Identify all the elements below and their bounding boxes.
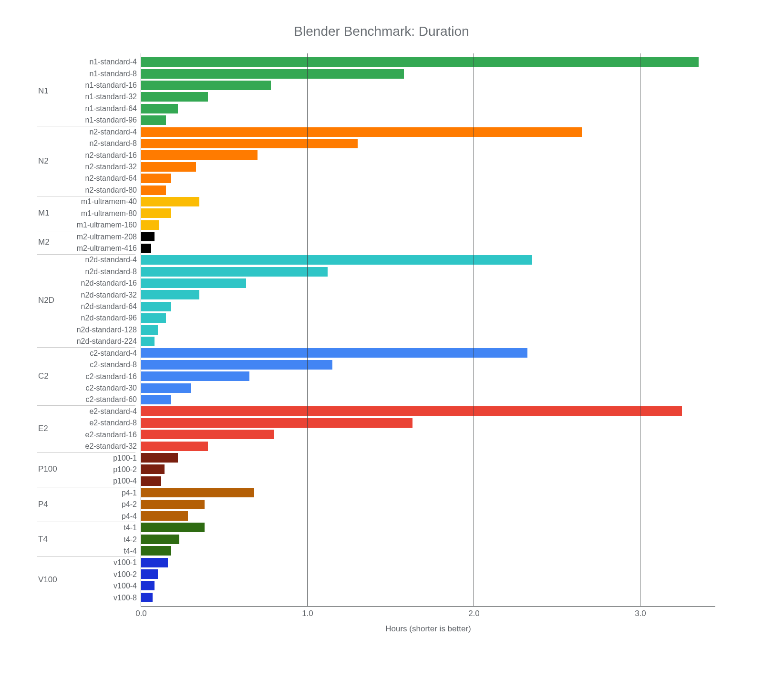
bar-row bbox=[141, 207, 715, 219]
bar-row bbox=[141, 417, 715, 429]
y-label-row: n2d-standard-64 bbox=[29, 301, 141, 312]
y-label-row: p4-1 bbox=[29, 487, 141, 499]
y-label-row: n1-standard-8 bbox=[29, 68, 141, 79]
bar bbox=[141, 244, 151, 253]
y-label-row: n1-standard-96 bbox=[29, 114, 141, 126]
y-tick-label: t4-4 bbox=[124, 547, 137, 556]
bar-row bbox=[141, 347, 715, 359]
y-label-row: p100-1 bbox=[29, 452, 141, 463]
bar bbox=[141, 127, 582, 137]
y-tick-label: v100-4 bbox=[113, 582, 137, 590]
bar bbox=[141, 348, 527, 358]
bar-row bbox=[141, 556, 715, 568]
bar-row bbox=[141, 103, 715, 114]
bar bbox=[141, 535, 179, 544]
bar-row bbox=[141, 266, 715, 277]
bar bbox=[141, 383, 191, 393]
y-tick-label: e2-standard-16 bbox=[85, 431, 137, 439]
bar-row bbox=[141, 91, 715, 103]
y-tick-label: t4-1 bbox=[124, 524, 137, 532]
y-label-row: m2-ultramem-208 bbox=[29, 231, 141, 242]
bar bbox=[141, 523, 205, 532]
y-tick-label: p100-4 bbox=[113, 477, 137, 485]
y-tick-label: p4-1 bbox=[122, 489, 137, 497]
y-tick-label: p4-4 bbox=[122, 512, 137, 521]
bar-row bbox=[141, 371, 715, 382]
bar bbox=[141, 162, 196, 172]
y-label-row: n2d-standard-16 bbox=[29, 278, 141, 289]
bar-row bbox=[141, 289, 715, 300]
y-label-row: n2d-standard-224 bbox=[29, 336, 141, 347]
bar-row bbox=[141, 278, 715, 289]
bar-row bbox=[141, 114, 715, 126]
y-label-row: n2-standard-32 bbox=[29, 161, 141, 173]
y-label-row: t4-2 bbox=[29, 534, 141, 545]
bar-row bbox=[141, 126, 715, 137]
y-label-row: e2-standard-32 bbox=[29, 441, 141, 452]
y-label-row: c2-standard-4 bbox=[29, 348, 141, 359]
y-label-row: n2d-standard-128 bbox=[29, 324, 141, 336]
chart: N1N2M1M2N2DC2E2P100P4T4V100 n1-standard-… bbox=[29, 53, 734, 635]
x-tick-label: 3.0 bbox=[635, 609, 646, 618]
y-label-row: n2-standard-8 bbox=[29, 138, 141, 149]
y-label-row: n2d-standard-32 bbox=[29, 289, 141, 300]
y-label-row: v100-8 bbox=[29, 592, 141, 603]
y-label-row: n2-standard-16 bbox=[29, 149, 141, 161]
bar-row bbox=[141, 80, 715, 91]
y-axis-labels: n1-standard-4n1-standard-8n1-standard-16… bbox=[29, 53, 141, 607]
y-tick-label: e2-standard-8 bbox=[89, 419, 137, 427]
bar bbox=[141, 302, 171, 311]
bar-row bbox=[141, 592, 715, 603]
y-tick-label: n2d-standard-224 bbox=[77, 337, 137, 346]
y-tick-label: n2d-standard-128 bbox=[77, 326, 137, 334]
bar bbox=[141, 337, 155, 346]
y-label-row: p100-4 bbox=[29, 475, 141, 487]
y-label-row: t4-1 bbox=[29, 522, 141, 534]
bar-row bbox=[141, 487, 715, 498]
y-tick-label: t4-2 bbox=[124, 535, 137, 544]
gridline bbox=[474, 53, 474, 606]
bar bbox=[141, 185, 166, 195]
bar bbox=[141, 220, 159, 230]
y-tick-label: m1-ultramem-80 bbox=[81, 209, 137, 218]
y-tick-label: v100-8 bbox=[113, 594, 137, 602]
bar bbox=[141, 69, 404, 79]
bar-row bbox=[141, 324, 715, 335]
y-label-row: p4-4 bbox=[29, 510, 141, 522]
y-tick-label: m1-ultramem-160 bbox=[77, 221, 137, 229]
y-tick-label: n2-standard-8 bbox=[89, 139, 137, 148]
y-label-row: n1-standard-16 bbox=[29, 80, 141, 91]
y-tick-label: c2-standard-60 bbox=[85, 395, 137, 404]
y-tick-label: n2d-standard-96 bbox=[81, 314, 137, 322]
bar-row bbox=[141, 161, 715, 173]
x-tick-label: 2.0 bbox=[468, 609, 480, 618]
y-tick-label: n2d-standard-4 bbox=[85, 256, 137, 264]
bar bbox=[141, 104, 178, 113]
bar bbox=[141, 290, 199, 299]
y-tick-label: c2-standard-8 bbox=[90, 360, 137, 369]
y-tick-label: n1-standard-8 bbox=[89, 70, 137, 78]
y-label-row: t4-4 bbox=[29, 546, 141, 557]
y-tick-label: v100-2 bbox=[113, 570, 137, 579]
bar bbox=[141, 232, 155, 241]
bar bbox=[141, 57, 699, 67]
bar bbox=[141, 500, 205, 509]
bar bbox=[141, 81, 271, 90]
x-tick-label: 0.0 bbox=[135, 609, 147, 618]
bar bbox=[141, 569, 158, 579]
bar-row bbox=[141, 405, 715, 417]
bar-row bbox=[141, 56, 715, 68]
bar bbox=[141, 546, 171, 556]
y-label-row: c2-standard-30 bbox=[29, 382, 141, 394]
y-label-row: n2d-standard-4 bbox=[29, 254, 141, 266]
bar-row bbox=[141, 440, 715, 452]
bar bbox=[141, 488, 254, 497]
bar bbox=[141, 476, 161, 486]
y-tick-label: n1-standard-16 bbox=[85, 81, 137, 90]
y-label-row: n1-standard-4 bbox=[29, 56, 141, 68]
y-label-row: n1-standard-32 bbox=[29, 91, 141, 103]
bar-row bbox=[141, 545, 715, 556]
bar bbox=[141, 360, 332, 370]
bar bbox=[141, 453, 178, 463]
y-tick-label: n2d-standard-8 bbox=[85, 268, 137, 276]
